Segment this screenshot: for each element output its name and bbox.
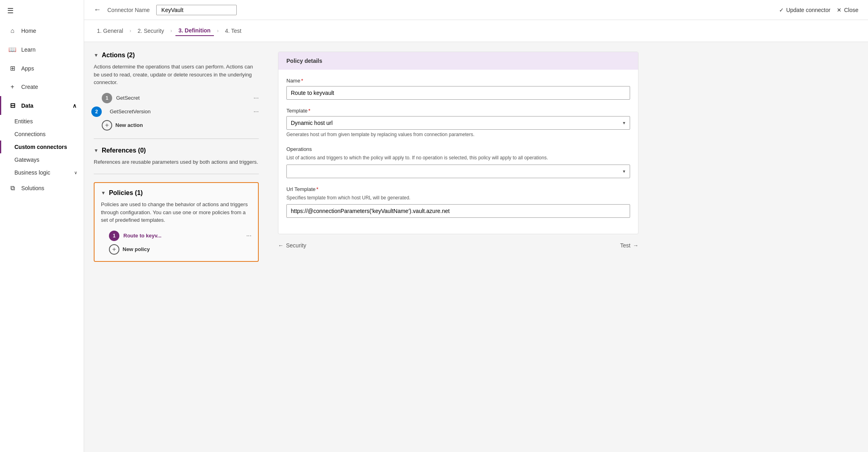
name-field-group: Name*	[286, 78, 630, 100]
action-getsecret-label: GetSecret	[116, 95, 250, 101]
wizard-chevron-3: ›	[217, 28, 219, 34]
back-nav-link[interactable]: ← Security	[278, 242, 306, 249]
step-general-label: 1. General	[97, 28, 123, 34]
template-field-group: Template* Dynamic host url ▾ Generates h…	[286, 108, 630, 138]
action-num-1: 1	[102, 93, 112, 103]
next-nav-icon: →	[633, 242, 638, 249]
action-getsecret-menu[interactable]: ···	[254, 94, 259, 102]
action-getsecretversion-label: GetSecretVersion	[110, 108, 250, 115]
new-action-button[interactable]: + New action	[94, 120, 259, 131]
wizard-chevron-2: ›	[171, 28, 172, 34]
gateways-label: Gateways	[14, 157, 39, 163]
left-panel: ▼ Actions (2) Actions determine the oper…	[84, 42, 268, 452]
references-title: References (0)	[102, 147, 146, 154]
apps-icon: ⊞	[8, 64, 16, 72]
home-icon: ⌂	[8, 27, 16, 34]
sidebar-item-data[interactable]: ⊟ Data ∧	[0, 96, 84, 115]
new-policy-button[interactable]: + New policy	[101, 244, 252, 255]
sidebar-item-learn[interactable]: 📖 Learn	[0, 40, 84, 59]
wizard-bar: 1. General › 2. Security › 3. Definition…	[84, 20, 868, 42]
sidebar-item-gateways[interactable]: Gateways	[0, 153, 84, 166]
sidebar-solutions-label: Solutions	[21, 185, 44, 191]
references-section-header[interactable]: ▼ References (0)	[94, 147, 259, 154]
sidebar-item-apps[interactable]: ⊞ Apps	[0, 59, 84, 78]
sidebar-item-create[interactable]: + Create	[0, 78, 84, 96]
sidebar-apps-label: Apps	[21, 65, 34, 72]
back-button[interactable]: ←	[94, 6, 101, 14]
learn-icon: 📖	[8, 46, 16, 53]
references-description: References are reusable parameters used …	[94, 158, 259, 166]
url-template-input[interactable]	[286, 204, 630, 218]
connector-name-input[interactable]	[156, 5, 237, 15]
step-definition-label: 3. Definition	[179, 27, 211, 34]
sidebar-home-label: Home	[21, 28, 36, 34]
sidebar-item-entities[interactable]: Entities	[0, 115, 84, 128]
update-connector-button[interactable]: ✓ Update connector	[779, 7, 831, 13]
references-section: ▼ References (0) References are reusable…	[94, 147, 259, 166]
operations-select-wrapper: ▾	[286, 165, 630, 178]
business-logic-chevron-icon: ∨	[74, 170, 77, 175]
policy-route-label[interactable]: Route to keyv...	[123, 233, 242, 239]
actions-title: Actions (2)	[102, 52, 135, 59]
content-area: ▼ Actions (2) Actions determine the oper…	[84, 42, 868, 452]
close-button[interactable]: ✕ Close	[837, 7, 858, 13]
topbar-right: ✓ Update connector ✕ Close	[779, 7, 858, 13]
new-policy-plus-icon: +	[109, 244, 119, 255]
hamburger-icon[interactable]: ☰	[0, 0, 84, 22]
template-select[interactable]: Dynamic host url	[286, 116, 630, 130]
connections-label: Connections	[14, 131, 46, 137]
step-security-label: 2. Security	[137, 28, 164, 34]
operations-field-group: Operations List of actions and triggers …	[286, 146, 630, 178]
back-nav-icon: ←	[278, 242, 284, 249]
template-select-wrapper: Dynamic host url ▾	[286, 116, 630, 130]
wizard-step-general[interactable]: 1. General	[94, 26, 126, 36]
sidebar-item-connections[interactable]: Connections	[0, 128, 84, 141]
actions-chevron-icon: ▼	[94, 52, 99, 58]
wizard-chevron-1: ›	[129, 28, 131, 34]
close-label: Close	[844, 7, 858, 13]
template-label: Template*	[286, 108, 630, 114]
policies-description: Policies are used to change the behavior…	[101, 201, 252, 224]
action-item-getsecretversion: 2 GetSecretVersion ···	[94, 106, 259, 117]
next-nav-label: Test	[620, 242, 630, 249]
policy-item-route: 1 Route to keyv... ···	[101, 231, 252, 241]
policies-section: ▼ Policies (1) Policies are used to chan…	[94, 182, 259, 262]
name-input[interactable]	[286, 86, 630, 100]
policy-details-body: Name* Template* Dynamic host url ▾	[278, 70, 638, 234]
url-template-field-group: Url Template* Specifies template from wh…	[286, 186, 630, 218]
data-chevron-icon: ∧	[73, 102, 77, 109]
custom-connectors-label: Custom connectors	[14, 144, 67, 150]
sidebar-data-label: Data	[21, 102, 33, 109]
sidebar-item-custom-connectors[interactable]: Custom connectors	[0, 141, 84, 153]
wizard-step-definition[interactable]: 3. Definition	[175, 26, 214, 36]
entities-label: Entities	[14, 118, 33, 125]
actions-section: ▼ Actions (2) Actions determine the oper…	[94, 52, 259, 131]
policy-num-1: 1	[109, 231, 119, 241]
right-panel: Policy details Name* Template*	[268, 42, 868, 452]
name-label: Name*	[286, 78, 630, 84]
divider-1	[94, 139, 259, 139]
operations-select[interactable]	[286, 165, 630, 178]
sidebar-learn-label: Learn	[21, 46, 36, 53]
connector-name-label: Connector Name	[107, 7, 150, 13]
sidebar-item-home[interactable]: ⌂ Home	[0, 22, 84, 40]
next-nav-link[interactable]: Test →	[620, 242, 638, 249]
back-nav-label: Security	[286, 242, 306, 249]
policy-route-menu[interactable]: ···	[246, 232, 252, 239]
data-icon: ⊟	[8, 102, 16, 109]
topbar: ← Connector Name ✓ Update connector ✕ Cl…	[84, 0, 868, 20]
sidebar: ☰ ⌂ Home 📖 Learn ⊞ Apps + Create ⊟ Data …	[0, 0, 84, 452]
action-getsecretversion-menu[interactable]: ···	[254, 108, 259, 115]
business-logic-label: Business logic	[14, 169, 50, 176]
main-area: ← Connector Name ✓ Update connector ✕ Cl…	[84, 0, 868, 452]
policies-title: Policies (1)	[109, 189, 143, 197]
sidebar-item-solutions[interactable]: ⧉ Solutions	[0, 179, 84, 197]
sidebar-item-business-logic[interactable]: Business logic ∨	[0, 166, 84, 179]
actions-section-header[interactable]: ▼ Actions (2)	[94, 52, 259, 59]
policies-section-header[interactable]: ▼ Policies (1)	[101, 189, 252, 197]
wizard-step-test[interactable]: 4. Test	[222, 26, 245, 36]
wizard-step-security[interactable]: 2. Security	[134, 26, 167, 36]
close-icon: ✕	[837, 7, 842, 13]
checkmark-icon: ✓	[779, 7, 784, 13]
operations-label: Operations	[286, 146, 630, 152]
